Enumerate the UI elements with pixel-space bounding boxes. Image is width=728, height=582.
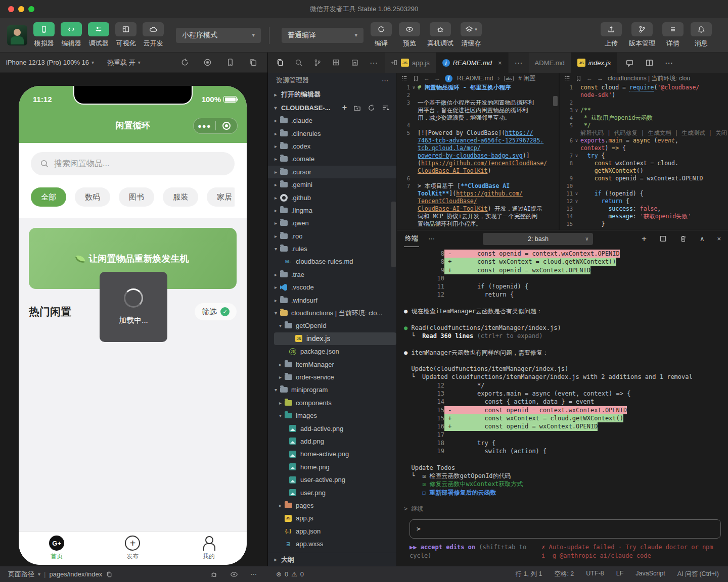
copy-path-icon[interactable]: [106, 571, 113, 578]
errors-icon[interactable]: ⊗: [276, 570, 282, 578]
tab-app.js[interactable]: JSapp.js: [385, 53, 436, 73]
tabbar-我的[interactable]: 我的: [171, 532, 247, 565]
fold-icon[interactable]: ∨: [573, 190, 580, 198]
more-actions-icon[interactable]: ⋯: [665, 58, 673, 68]
chip-服装[interactable]: 服装: [163, 187, 198, 207]
compile-select[interactable]: 普通编译 ▾: [282, 28, 363, 43]
new-folder-icon[interactable]: [353, 104, 361, 112]
action-预览[interactable]: 预览: [399, 22, 420, 48]
tree-item-.clinerules[interactable]: ▸.clinerules: [268, 127, 396, 139]
more-menu-button[interactable]: ●●●: [194, 122, 215, 130]
nav-forward-icon[interactable]: →: [597, 75, 603, 82]
search-icon[interactable]: [295, 59, 303, 67]
tree-item-user-active.png[interactable]: user-active.png: [268, 473, 396, 486]
tab-ADME.md[interactable]: ADME.md: [529, 53, 571, 73]
extensions-icon[interactable]: [332, 59, 340, 67]
tree-item-add-active.png[interactable]: add-active.png: [268, 422, 396, 434]
outline-icon[interactable]: [564, 75, 571, 82]
collapse-all-icon[interactable]: [382, 104, 389, 112]
action-上传[interactable]: 上传: [601, 22, 622, 48]
tool-编辑器[interactable]: 编辑器: [61, 22, 82, 48]
maximize-panel-icon[interactable]: ∧: [700, 235, 705, 243]
filter-button[interactable]: 筛选 ✓: [195, 303, 237, 320]
terminal-output[interactable]: 8 - const openid = context.wxContext.OPE…: [397, 247, 728, 513]
chip-全部[interactable]: 全部: [31, 187, 66, 207]
tree-item-.windsurf[interactable]: ▸.windsurf: [268, 294, 396, 306]
tab-index.js[interactable]: JSindex.js: [571, 53, 617, 73]
tree-item-.github[interactable]: ▸.github: [268, 191, 396, 204]
tree-item-images[interactable]: ▾images: [268, 409, 396, 422]
refresh-explorer-icon[interactable]: [368, 104, 375, 112]
action-真机调试[interactable]: 真机调试: [427, 22, 453, 48]
action-详情[interactable]: 详情: [662, 22, 684, 48]
terminal-tab[interactable]: 终端: [404, 230, 419, 247]
tree-item-.comate[interactable]: ▸.comate: [268, 153, 396, 165]
more-icon[interactable]: ⋯: [250, 570, 257, 578]
npm-icon[interactable]: [351, 59, 359, 67]
nav-back-icon[interactable]: ←: [424, 75, 430, 82]
hot-reload-toggle[interactable]: 热重载 开 ▾: [107, 58, 141, 67]
device-select[interactable]: iPhone 12/13 (Pro) 100% 16 ▾: [6, 59, 94, 66]
mode-select[interactable]: 小程序模式 ▾: [176, 28, 261, 43]
editor-indexjs[interactable]: ← → cloudfunctions | 当前环境: clou 1const c…: [560, 73, 728, 230]
tabbar-发布[interactable]: +发布: [95, 532, 170, 565]
tree-item-order-service[interactable]: ▸order-service: [268, 371, 396, 383]
kill-terminal-icon[interactable]: [679, 235, 687, 243]
new-terminal-icon[interactable]: +: [642, 234, 647, 243]
tree-item-cloudfunctions | 当前环境: clo...[interactable]: ▾cloudfunctions | 当前环境: clo...: [268, 307, 396, 319]
editor-scrollbar[interactable]: [553, 96, 558, 106]
tree-item-.vscode[interactable]: ▸.vscode: [268, 281, 396, 294]
fold-icon[interactable]: ∨: [573, 198, 580, 205]
chip-数码[interactable]: 数码: [75, 187, 110, 207]
outline-icon[interactable]: [401, 75, 408, 82]
files-icon[interactable]: [276, 59, 284, 67]
device-view-icon[interactable]: [226, 58, 235, 67]
shell-select[interactable]: 2: bash ∨: [483, 233, 593, 245]
status--1-1[interactable]: 行 1, 列 1: [516, 570, 542, 578]
bookmark-icon[interactable]: [413, 75, 419, 82]
vconsole-icon[interactable]: [210, 570, 218, 578]
fold-icon[interactable]: ∨: [573, 152, 580, 160]
stop-record-icon[interactable]: [203, 58, 212, 67]
tree-item-home.png[interactable]: home.png: [268, 461, 396, 473]
tree-item-index.js[interactable]: JSindex.js: [274, 332, 396, 345]
tree-item-.cursor[interactable]: ▸.cursor: [268, 166, 396, 178]
indexjs-code[interactable]: 1const cloud = require('@cloudbase/node-…: [560, 84, 728, 228]
tree-item-getOpenId[interactable]: ▾getOpenId: [268, 319, 396, 332]
project-section[interactable]: ▾ CLOUDBASE-... +: [268, 101, 396, 114]
tree-item-.lingma[interactable]: ▸.lingma: [268, 204, 396, 217]
open-editors-section[interactable]: ▸ 打开的编辑器: [268, 88, 396, 101]
bookmark-icon[interactable]: [575, 75, 582, 82]
status-UTF-8[interactable]: UTF-8: [586, 570, 604, 578]
tree-item-cloudbase-rules.md[interactable]: M↓cloudbase-rules.md: [268, 255, 396, 268]
action-清缓存[interactable]: ▾清缓存: [461, 22, 482, 48]
chip-家居[interactable]: 家居: [207, 187, 235, 207]
status-JavaScript[interactable]: JavaScript: [635, 570, 665, 578]
tree-item-user.png[interactable]: user.png: [268, 486, 396, 499]
tree-item-itemManager[interactable]: ▸itemManager: [268, 358, 396, 370]
tool-可视化[interactable]: 可视化: [115, 22, 136, 48]
claude-prompt-input[interactable]: >: [410, 519, 721, 539]
search-input[interactable]: 搜索闲置物品...: [31, 152, 235, 175]
tree-item-add.png[interactable]: add.png: [268, 435, 396, 448]
readme-code[interactable]: 1∨# 闲置物品循环 - 邻里互换小程序23一个基于微信小程序云开发的闲置物品循…: [397, 84, 559, 228]
new-file-icon[interactable]: +: [342, 104, 347, 112]
tree-item-.gemini[interactable]: ▸.gemini: [268, 178, 396, 191]
status--2[interactable]: 空格: 2: [554, 570, 574, 578]
tree-item-app.js[interactable]: JSapp.js: [268, 512, 396, 524]
split-terminal-icon[interactable]: [659, 235, 667, 243]
tree-item-.qwen[interactable]: ▸.qwen: [268, 217, 396, 229]
tree-item-app.json[interactable]: {..}app.json: [268, 525, 396, 538]
nav-forward-icon[interactable]: →: [434, 75, 440, 82]
action-版本管理[interactable]: 版本管理: [629, 22, 655, 48]
fold-icon[interactable]: ∨: [573, 107, 580, 114]
close-miniapp-button[interactable]: [216, 122, 238, 130]
status-LF[interactable]: LF: [616, 570, 624, 578]
terminal-more-icon[interactable]: ⋯: [428, 235, 435, 243]
split-editor-icon[interactable]: [645, 59, 654, 67]
warnings-icon[interactable]: ⚠: [291, 570, 297, 578]
more-icon[interactable]: ⋯: [370, 58, 378, 68]
nav-back-icon[interactable]: ←: [586, 75, 593, 82]
fold-icon[interactable]: ∨: [410, 84, 418, 91]
tool-云开发[interactable]: 云开发: [143, 22, 164, 48]
